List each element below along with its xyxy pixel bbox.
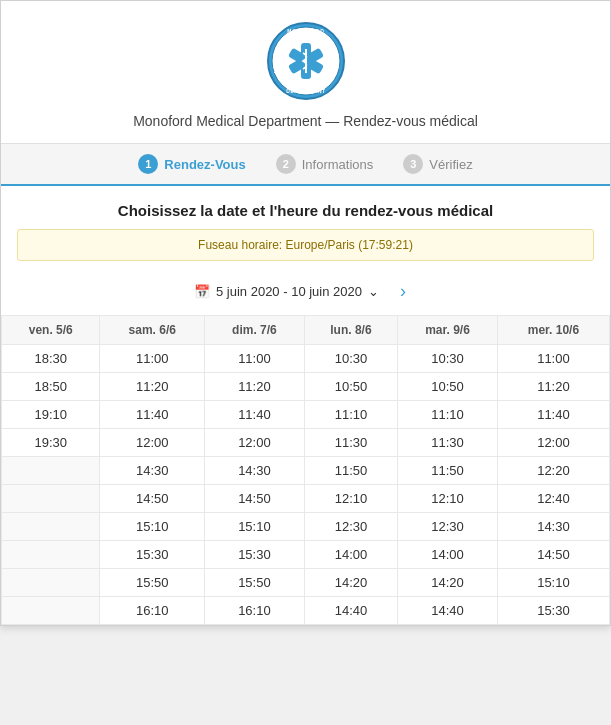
steps-bar: 1 Rendez-Vous 2 Informations 3 Vérifiez: [1, 144, 610, 186]
time-slot[interactable]: 14:30: [205, 457, 305, 485]
time-slot[interactable]: 12:40: [497, 485, 609, 513]
time-slot: [2, 485, 100, 513]
time-slot[interactable]: 14:50: [497, 541, 609, 569]
time-slot[interactable]: 14:30: [497, 513, 609, 541]
step-1[interactable]: 1 Rendez-Vous: [138, 154, 245, 174]
time-slot[interactable]: 12:30: [398, 513, 498, 541]
time-slot[interactable]: 14:50: [205, 485, 305, 513]
table-row: 18:3011:0011:0010:3010:3011:00: [2, 345, 610, 373]
time-slot[interactable]: 12:00: [497, 429, 609, 457]
table-row: 15:3015:3014:0014:0014:50: [2, 541, 610, 569]
table-row: 19:1011:4011:4011:1011:1011:40: [2, 401, 610, 429]
time-slot[interactable]: 16:10: [100, 597, 205, 625]
time-slot[interactable]: 11:50: [398, 457, 498, 485]
time-slot[interactable]: 14:20: [304, 569, 397, 597]
step-2-label: Informations: [302, 157, 374, 172]
time-slot[interactable]: 11:40: [100, 401, 205, 429]
svg-text:MEDICAL: MEDICAL: [274, 53, 279, 74]
time-slot[interactable]: 14:40: [398, 597, 498, 625]
calendar-icon: 📅: [194, 284, 210, 299]
time-slot[interactable]: 11:40: [205, 401, 305, 429]
time-slot[interactable]: 15:30: [205, 541, 305, 569]
time-slot: [2, 513, 100, 541]
time-slot[interactable]: 15:30: [100, 541, 205, 569]
col-header-sun: dim. 7/6: [205, 316, 305, 345]
time-slot[interactable]: 14:50: [100, 485, 205, 513]
chevron-down-icon: ⌄: [368, 284, 379, 299]
time-slot[interactable]: 10:30: [304, 345, 397, 373]
time-slot[interactable]: 10:30: [398, 345, 498, 373]
time-slot[interactable]: 12:20: [497, 457, 609, 485]
time-slot[interactable]: 14:00: [398, 541, 498, 569]
time-slot[interactable]: 16:10: [205, 597, 305, 625]
time-slot[interactable]: 15:10: [100, 513, 205, 541]
table-row: 14:3014:3011:5011:5012:20: [2, 457, 610, 485]
time-slot: [2, 541, 100, 569]
step-3-num: 3: [403, 154, 423, 174]
time-slot[interactable]: 12:00: [100, 429, 205, 457]
time-slot[interactable]: 11:00: [100, 345, 205, 373]
calendar-header-row: ven. 5/6 sam. 6/6 dim. 7/6 lun. 8/6 mar.…: [2, 316, 610, 345]
time-slot[interactable]: 11:00: [497, 345, 609, 373]
col-header-sat: sam. 6/6: [100, 316, 205, 345]
time-slot[interactable]: 14:40: [304, 597, 397, 625]
time-slot[interactable]: 11:40: [497, 401, 609, 429]
step-2-num: 2: [276, 154, 296, 174]
step-2[interactable]: 2 Informations: [276, 154, 374, 174]
time-slot[interactable]: 11:50: [304, 457, 397, 485]
time-slot[interactable]: 10:50: [304, 373, 397, 401]
time-slot[interactable]: 12:00: [205, 429, 305, 457]
col-header-mon: lun. 8/6: [304, 316, 397, 345]
col-header-wed: mer. 10/6: [497, 316, 609, 345]
time-slot[interactable]: 14:30: [100, 457, 205, 485]
time-slot[interactable]: 15:50: [205, 569, 305, 597]
calendar-table: ven. 5/6 sam. 6/6 dim. 7/6 lun. 8/6 mar.…: [1, 315, 610, 625]
time-slot[interactable]: 15:30: [497, 597, 609, 625]
svg-text:MONOFORD: MONOFORD: [287, 28, 325, 34]
time-slot[interactable]: 11:20: [205, 373, 305, 401]
table-row: 14:5014:5012:1012:1012:40: [2, 485, 610, 513]
time-slot[interactable]: 19:10: [2, 401, 100, 429]
time-slot[interactable]: 10:50: [398, 373, 498, 401]
time-slot[interactable]: 11:20: [100, 373, 205, 401]
time-slot[interactable]: 11:20: [497, 373, 609, 401]
time-slot[interactable]: 11:10: [398, 401, 498, 429]
table-row: 16:1016:1014:4014:4015:30: [2, 597, 610, 625]
date-nav: 📅 5 juin 2020 - 10 juin 2020 ⌄ ›: [1, 271, 610, 315]
time-slot: [2, 597, 100, 625]
page-title: Choisissez la date et l'heure du rendez-…: [1, 186, 610, 229]
time-slot[interactable]: 15:10: [497, 569, 609, 597]
time-slot[interactable]: 18:50: [2, 373, 100, 401]
step-3-label: Vérifiez: [429, 157, 472, 172]
date-range-label: 5 juin 2020 - 10 juin 2020: [216, 284, 362, 299]
date-range-button[interactable]: 📅 5 juin 2020 - 10 juin 2020 ⌄: [194, 284, 379, 299]
table-row: 15:5015:5014:2014:2015:10: [2, 569, 610, 597]
next-week-arrow[interactable]: ›: [389, 277, 417, 305]
time-slot[interactable]: 11:10: [304, 401, 397, 429]
table-row: 15:1015:1012:3012:3014:30: [2, 513, 610, 541]
time-slot[interactable]: 14:20: [398, 569, 498, 597]
time-slot[interactable]: 12:30: [304, 513, 397, 541]
table-row: 19:3012:0012:0011:3011:3012:00: [2, 429, 610, 457]
time-slot[interactable]: 15:10: [205, 513, 305, 541]
header: MONOFORD DEPARTMENT MEDICAL Monoford Med…: [1, 1, 610, 144]
time-slot[interactable]: 12:10: [398, 485, 498, 513]
time-slot[interactable]: 11:30: [304, 429, 397, 457]
time-slot[interactable]: 11:30: [398, 429, 498, 457]
time-slot: [2, 457, 100, 485]
time-slot[interactable]: 12:10: [304, 485, 397, 513]
step-1-num: 1: [138, 154, 158, 174]
col-header-fri: ven. 5/6: [2, 316, 100, 345]
time-slot[interactable]: 19:30: [2, 429, 100, 457]
app-title: Monoford Medical Department — Rendez-vou…: [21, 113, 590, 129]
time-slot[interactable]: 18:30: [2, 345, 100, 373]
table-row: 18:5011:2011:2010:5010:5011:20: [2, 373, 610, 401]
time-slot[interactable]: 14:00: [304, 541, 397, 569]
time-slot[interactable]: 11:00: [205, 345, 305, 373]
col-header-tue: mar. 9/6: [398, 316, 498, 345]
step-3[interactable]: 3 Vérifiez: [403, 154, 472, 174]
time-slot[interactable]: 15:50: [100, 569, 205, 597]
timezone-bar: Fuseau horaire: Europe/Paris (17:59:21): [17, 229, 594, 261]
step-1-label: Rendez-Vous: [164, 157, 245, 172]
app-container: MONOFORD DEPARTMENT MEDICAL Monoford Med…: [0, 0, 611, 626]
